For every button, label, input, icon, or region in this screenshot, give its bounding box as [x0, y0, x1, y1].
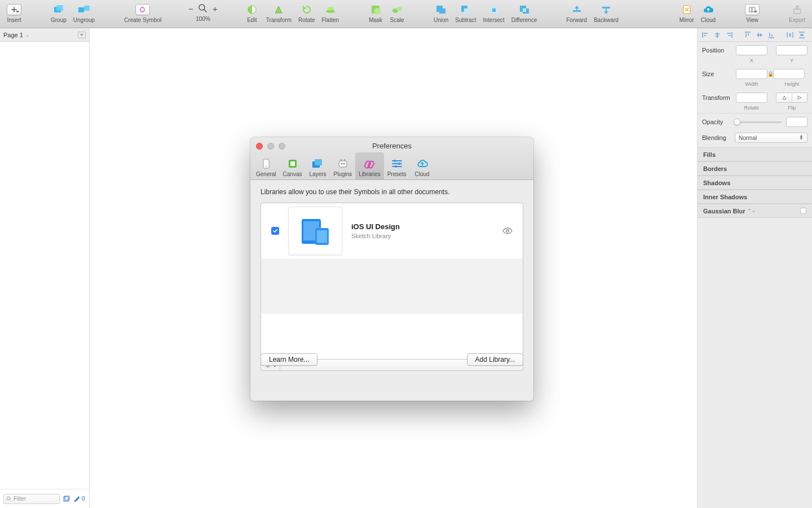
pref-tab-layers[interactable]: Layers [305, 152, 330, 179]
rotate-input[interactable] [736, 93, 767, 103]
opacity-input[interactable] [786, 117, 807, 127]
flip-v-icon[interactable] [792, 93, 807, 102]
pref-tab-presets[interactable]: Presets [384, 152, 410, 179]
inner-shadows-section[interactable]: Inner Shadows [698, 190, 812, 204]
scale-button[interactable]: Scale [386, 2, 408, 23]
mirror-button[interactable]: Mirror [676, 2, 698, 23]
align-center-h-icon[interactable] [712, 30, 722, 40]
svg-rect-40 [315, 159, 322, 165]
edit-icon [245, 3, 259, 16]
insert-button[interactable]: Insert [3, 2, 25, 23]
align-center-v-icon[interactable] [754, 30, 765, 40]
union-icon [434, 3, 448, 16]
difference-icon [517, 3, 532, 16]
svg-rect-41 [339, 161, 347, 167]
width-input[interactable] [736, 69, 767, 79]
filter-symbols[interactable] [63, 496, 70, 502]
y-input[interactable] [776, 45, 807, 55]
backward-icon [599, 3, 614, 16]
filter-slices[interactable]: 0 [73, 496, 85, 502]
blending-label: Blending [702, 134, 729, 141]
page-menu-icon[interactable] [78, 32, 86, 38]
library-row[interactable]: iOS UI Design Sketch Library [261, 203, 523, 259]
shadows-section[interactable]: Shadows [698, 176, 812, 190]
gaussian-blur-section[interactable]: Gaussian Blur ⌃⌄ [698, 204, 812, 218]
pref-tab-general[interactable]: General [253, 152, 280, 179]
libraries-icon [363, 157, 376, 170]
zoom-in-button[interactable]: + [211, 4, 219, 14]
edit-button[interactable]: Edit [241, 2, 263, 23]
align-top-icon[interactable] [742, 30, 753, 40]
intersect-button[interactable]: Intersect [479, 2, 508, 23]
flip-h-icon[interactable] [776, 93, 792, 102]
preferences-titlebar[interactable]: Preferences General Canvas Layers Plugin… [250, 137, 533, 180]
difference-button[interactable]: Difference [508, 2, 540, 23]
svg-point-43 [343, 163, 345, 165]
forward-icon [570, 3, 584, 16]
add-library-button[interactable]: Add Library... [467, 353, 523, 366]
flatten-button[interactable]: Flatten [319, 2, 343, 23]
gaussian-checkbox[interactable] [800, 208, 806, 214]
svg-point-11 [374, 8, 381, 15]
svg-point-42 [341, 163, 342, 165]
align-right-icon[interactable] [723, 30, 734, 40]
fills-section[interactable]: Fills [698, 147, 812, 161]
align-row [698, 28, 812, 42]
distribute-h-icon[interactable] [784, 30, 795, 40]
distribute-v-icon[interactable] [796, 30, 807, 40]
union-button[interactable]: Union [430, 2, 452, 23]
pref-tab-cloud[interactable]: Cloud [410, 152, 435, 179]
svg-rect-15 [439, 8, 445, 14]
learn-more-button[interactable]: Learn More... [261, 353, 317, 366]
pref-tab-canvas[interactable]: Canvas [280, 152, 306, 179]
library-row-empty [261, 259, 523, 314]
cloud-button[interactable]: Cloud [698, 2, 719, 23]
chevron-down-icon: ⌄ [25, 32, 30, 38]
symbol-icon [135, 4, 150, 15]
backward-button[interactable]: Backward [590, 2, 622, 23]
flip-buttons[interactable] [776, 93, 807, 103]
ungroup-button[interactable]: Ungroup [70, 2, 98, 23]
library-preview-button[interactable] [502, 227, 513, 235]
svg-rect-20 [492, 8, 496, 12]
library-enabled-checkbox[interactable] [271, 227, 279, 235]
filter-input[interactable]: Filter [3, 494, 60, 504]
cloud-icon [416, 157, 429, 170]
view-button[interactable]: View [742, 2, 763, 23]
mask-button[interactable]: Mask [365, 2, 386, 23]
blend-mode-select[interactable]: Normal ▲▼ [735, 133, 807, 143]
svg-point-44 [394, 160, 396, 162]
svg-point-46 [395, 165, 397, 168]
svg-rect-34 [65, 496, 69, 500]
export-button[interactable]: Export [785, 2, 809, 23]
pref-tab-libraries[interactable]: Libraries [355, 152, 383, 179]
transform-button[interactable]: Transform [263, 2, 295, 23]
magnifier-icon [198, 3, 208, 14]
chevrons-icon: ▲▼ [799, 135, 804, 141]
scale-icon [390, 3, 404, 16]
zoom-control[interactable]: − + [187, 3, 219, 14]
pref-tab-plugins[interactable]: Plugins [330, 152, 355, 179]
rotate-button[interactable]: Rotate [295, 2, 318, 23]
subtract-button[interactable]: Subtract [452, 2, 479, 23]
zoom-out-button[interactable]: − [187, 4, 195, 14]
align-left-icon[interactable] [700, 30, 710, 40]
presets-icon [390, 157, 404, 170]
mirror-icon [679, 3, 694, 16]
general-icon [259, 157, 273, 170]
x-input[interactable] [736, 45, 767, 55]
library-subtitle: Sketch Library [351, 233, 400, 239]
forward-button[interactable]: Forward [563, 2, 590, 23]
opacity-slider[interactable] [734, 121, 782, 123]
align-bottom-icon[interactable] [766, 30, 776, 40]
borders-section[interactable]: Borders [698, 161, 812, 176]
main-toolbar: Insert Group Ungroup Create Symbol − + 1… [0, 0, 812, 28]
lock-aspect-icon[interactable]: 🔒 [767, 70, 773, 78]
libraries-description: Libraries allow you to use their Symbols… [261, 188, 523, 196]
height-input[interactable] [773, 69, 805, 79]
create-symbol-button[interactable]: Create Symbol [121, 2, 165, 23]
search-icon [6, 496, 12, 502]
page-selector[interactable]: Page 1 ⌄ [0, 28, 90, 42]
group-button[interactable]: Group [47, 2, 70, 23]
svg-point-36 [266, 166, 267, 167]
